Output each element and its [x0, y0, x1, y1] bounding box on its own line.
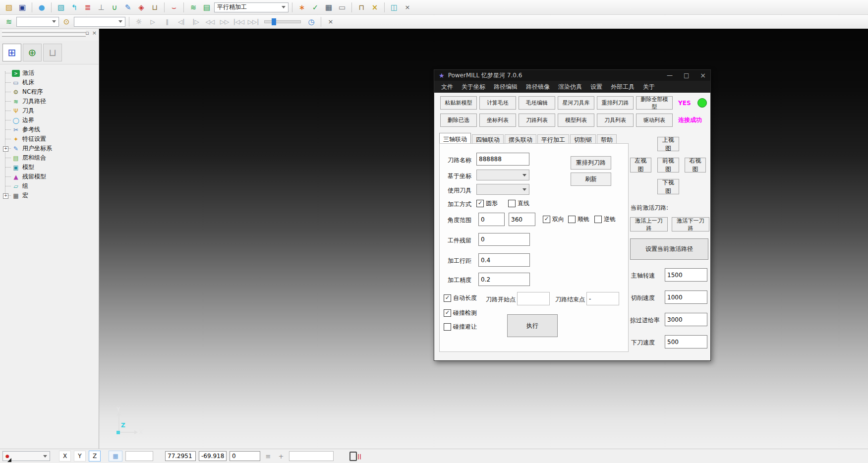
- tree-item-tools[interactable]: Ψ刀具: [3, 106, 99, 116]
- clock-icon[interactable]: ◷: [305, 16, 317, 28]
- menu-path-edit[interactable]: 路径编辑: [494, 83, 518, 91]
- pattern-icon[interactable]: ✎: [122, 1, 134, 13]
- tree-item-macros[interactable]: +▦宏: [3, 191, 99, 200]
- stepover-input[interactable]: [478, 253, 530, 267]
- menu-render-sim[interactable]: 渲染仿真: [558, 83, 582, 91]
- goto-position-icon[interactable]: +: [276, 453, 286, 460]
- model-list-button[interactable]: 模型列表: [558, 114, 594, 127]
- tree-item-toolpaths[interactable]: ≋刀具路径: [3, 97, 99, 106]
- menu-file[interactable]: 文件: [441, 83, 453, 91]
- execute-button[interactable]: 执行: [507, 314, 558, 337]
- delete-all-models-button[interactable]: 删除全部模型: [636, 96, 673, 110]
- minimize-button[interactable]: —: [667, 72, 673, 79]
- cursor-y-field[interactable]: [199, 451, 227, 461]
- axis-z-button[interactable]: Z: [89, 451, 101, 462]
- toolpath-name-input[interactable]: [476, 153, 529, 166]
- plunge-feed-input[interactable]: [665, 335, 707, 348]
- stock-model-icon[interactable]: ◫: [388, 1, 400, 13]
- tool-used-dropdown[interactable]: [476, 184, 529, 195]
- slider-knob[interactable]: [272, 18, 276, 25]
- tree-item-stock-models[interactable]: ▲残留模型: [3, 172, 99, 181]
- sim-speed-slider[interactable]: [264, 20, 301, 23]
- calculator-icon[interactable]: ▦: [323, 1, 335, 13]
- rearrange-toolpaths-button[interactable]: 重排列刀路: [597, 96, 634, 110]
- sim-toolbar-close-icon[interactable]: ×: [325, 16, 337, 28]
- tool-library-button[interactable]: 星河刀具库: [558, 96, 594, 110]
- measure-icon[interactable]: ▭: [336, 1, 348, 13]
- angle-from-input[interactable]: [478, 213, 505, 226]
- skim-feed-input[interactable]: [665, 313, 707, 326]
- rearrange-button[interactable]: 重排列刀路: [571, 156, 611, 170]
- expand-icon[interactable]: +: [3, 146, 8, 152]
- edit-stock-button[interactable]: 毛坯编辑: [519, 96, 555, 110]
- strategy-list-icon[interactable]: ▤: [201, 1, 213, 13]
- cutter-icon[interactable]: ⊥: [95, 1, 107, 13]
- points-icon[interactable]: ◈: [135, 1, 147, 13]
- checkbox-climb[interactable]: 顺铣: [568, 215, 589, 224]
- panel-grip[interactable]: [2, 34, 86, 37]
- toolpath-icon[interactable]: ≋: [187, 1, 199, 13]
- go-end-icon[interactable]: ▷▷|: [247, 16, 260, 28]
- axis-y-button[interactable]: Y: [74, 451, 86, 462]
- close-button[interactable]: ×: [700, 71, 706, 79]
- checkbox-collision-avoid[interactable]: 碰撞避让: [444, 323, 477, 331]
- tool-list-button[interactable]: 刀具列表: [597, 114, 634, 127]
- stock-remain-input[interactable]: [478, 233, 530, 246]
- save-project-icon[interactable]: ▣: [16, 1, 28, 13]
- highlight-icon[interactable]: ☼: [133, 16, 145, 28]
- block-icon[interactable]: ▧: [55, 1, 67, 13]
- view-front-button[interactable]: 前视图: [657, 158, 679, 173]
- batch-process-icon[interactable]: ∗: [296, 1, 308, 13]
- menu-coords[interactable]: 关于坐标: [462, 83, 485, 91]
- shaded-view-icon[interactable]: ●: [36, 1, 48, 13]
- collision-check-icon[interactable]: ⌣: [168, 1, 180, 13]
- sim-tool-dropdown[interactable]: [74, 17, 125, 27]
- tolerance-input[interactable]: [478, 273, 530, 286]
- menu-settings[interactable]: 设置: [590, 83, 602, 91]
- tree-item-workplanes[interactable]: +✎用户坐标系: [3, 144, 99, 153]
- tab-explorer-tree[interactable]: ⊞: [2, 44, 21, 61]
- checkbox-conventional[interactable]: 逆铣: [594, 215, 616, 224]
- checkbox-line-mode[interactable]: 直线: [508, 199, 529, 208]
- coord-base-dropdown[interactable]: [476, 170, 529, 180]
- activate-prev-toolpath-button[interactable]: 激活上一刀路: [630, 217, 668, 232]
- tree-item-boundaries[interactable]: ◯边界: [3, 116, 99, 125]
- grid-toggle-button[interactable]: ▦: [109, 451, 122, 462]
- tree-item-feature-sets[interactable]: ✦特征设置: [3, 134, 99, 144]
- refresh-button[interactable]: 刷新: [571, 173, 611, 186]
- checkbox-auto-length[interactable]: ✓ 自动长度: [444, 294, 477, 302]
- tab-recycle[interactable]: ⊔: [43, 44, 62, 61]
- toolbar-close-icon[interactable]: ×: [402, 1, 413, 13]
- play-icon[interactable]: ▷: [146, 16, 159, 28]
- calc-stock-button[interactable]: 计算毛坯: [479, 96, 516, 110]
- tool-pair-icon[interactable]: ⊓: [355, 1, 367, 13]
- tree-item-groups[interactable]: ▱组: [3, 181, 99, 191]
- cursor-z-field[interactable]: [230, 451, 260, 461]
- clipboard-pause-icon[interactable]: ||: [349, 452, 361, 461]
- expand-icon[interactable]: +: [3, 193, 8, 199]
- open-project-icon[interactable]: ▨: [3, 1, 15, 13]
- verify-toolpath-icon[interactable]: ✓: [309, 1, 321, 13]
- set-active-path-button[interactable]: 设置当前激活路径: [630, 238, 708, 260]
- view-right-button[interactable]: 右视图: [685, 158, 706, 173]
- start-point-input[interactable]: [517, 292, 550, 305]
- sim-toolpath-dropdown[interactable]: [16, 17, 59, 27]
- pause-icon[interactable]: ∥: [161, 16, 174, 28]
- dialog-titlebar[interactable]: ★ PowerMILL 忆梦星河 7.0.6 — □ ×: [434, 70, 710, 81]
- grid-size-input[interactable]: [125, 451, 153, 461]
- boundary-icon[interactable]: ∪: [109, 1, 120, 13]
- tree-item-levels-sets[interactable]: ▤层和组合: [3, 153, 99, 163]
- view-top-button[interactable]: 上视图: [657, 137, 679, 151]
- spindle-speed-input[interactable]: [665, 268, 707, 282]
- axes-edit-icon[interactable]: ×: [369, 1, 381, 13]
- view-bottom-button[interactable]: 下视图: [657, 179, 679, 194]
- cursor-x-field[interactable]: [165, 451, 196, 461]
- sim-toolpath-icon[interactable]: ≋: [3, 16, 15, 28]
- axis-x-button[interactable]: X: [59, 451, 71, 462]
- paste-new-model-button[interactable]: 粘贴新模型: [440, 96, 477, 110]
- step-back-icon[interactable]: ◁|: [175, 16, 188, 28]
- delete-selected-button[interactable]: 删除已选: [440, 114, 477, 127]
- go-start-icon[interactable]: |◁◁: [232, 16, 245, 28]
- toolpath-list-button[interactable]: 刀路列表: [519, 114, 555, 127]
- end-point-input[interactable]: [586, 292, 619, 305]
